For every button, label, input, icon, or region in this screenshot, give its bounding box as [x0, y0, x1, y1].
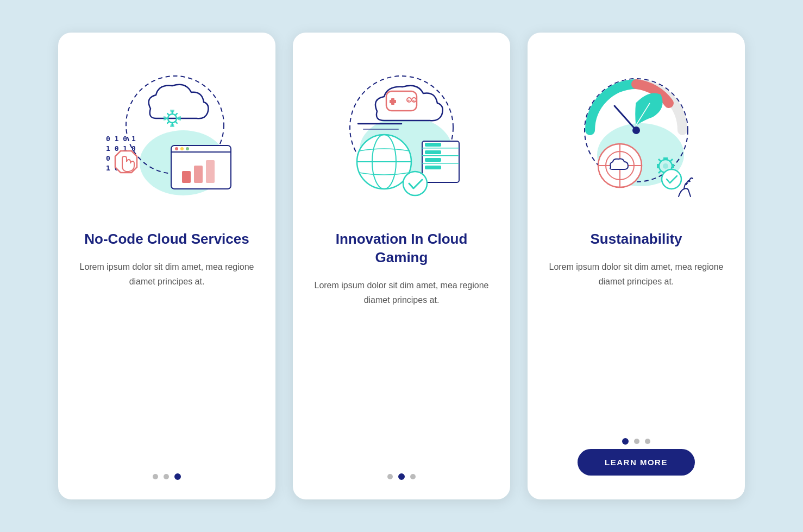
card-sustainability-title: Sustainability	[590, 230, 682, 249]
svg-rect-27	[422, 148, 459, 149]
svg-text:0 1 0 1: 0 1 0 1	[106, 135, 136, 143]
card-nocode-body: Lorem ipsum dolor sit dim amet, mea regi…	[78, 259, 256, 289]
learn-more-button[interactable]: LEARN MORE	[578, 449, 695, 476]
card-sustainability-dots	[622, 438, 650, 445]
card-gaming-illustration: + ×	[312, 54, 491, 217]
svg-point-9	[175, 147, 178, 150]
svg-rect-33	[425, 166, 441, 169]
dot-2-active	[398, 473, 405, 480]
card-gaming-title: Innovation In Cloud Gaming	[312, 230, 491, 267]
dot-1	[387, 474, 393, 479]
card-sustainability-body: Lorem ipsum dolor sit dim amet, mea regi…	[547, 259, 725, 289]
gaming-svg: + ×	[325, 60, 478, 212]
svg-point-34	[403, 172, 427, 195]
card-sustainability-illustration	[547, 54, 725, 217]
svg-rect-30	[425, 143, 441, 147]
card-gaming-dots	[387, 473, 416, 480]
card-sustainability: Sustainability Lorem ipsum dolor sit dim…	[528, 33, 745, 499]
dot-3-active	[174, 473, 181, 480]
svg-point-11	[186, 147, 189, 150]
svg-text:+: +	[407, 98, 410, 103]
svg-rect-31	[425, 150, 441, 154]
svg-text:×: ×	[412, 98, 415, 103]
dot-3	[410, 474, 416, 479]
svg-rect-29	[422, 163, 459, 164]
svg-rect-13	[194, 166, 203, 183]
svg-rect-28	[422, 155, 459, 156]
svg-rect-12	[182, 171, 191, 183]
card-nocode-illustration: 0 1 0 1 1 0 1 0 0 1 0 1 1 0 1 0	[78, 54, 256, 217]
svg-rect-32	[425, 158, 441, 162]
dot-1-active	[622, 438, 629, 445]
card-nocode-dots	[153, 473, 181, 480]
nocode-svg: 0 1 0 1 1 0 1 0 0 1 0 1 1 0 1 0	[91, 60, 243, 212]
svg-point-38	[632, 126, 640, 134]
card-nocode-title: No-Code Cloud Services	[84, 230, 249, 249]
svg-point-10	[180, 147, 184, 150]
dot-3	[645, 439, 650, 444]
dot-2	[164, 474, 169, 479]
svg-point-44	[663, 163, 668, 169]
svg-rect-14	[206, 160, 215, 183]
card-gaming: + ×	[293, 33, 510, 499]
card-nocode: 0 1 0 1 1 0 1 0 0 1 0 1 1 0 1 0 No	[58, 33, 275, 499]
sustainability-svg	[560, 60, 712, 212]
cards-container: 0 1 0 1 1 0 1 0 0 1 0 1 1 0 1 0 No	[58, 33, 745, 499]
dot-1	[153, 474, 158, 479]
svg-point-45	[662, 169, 681, 189]
dot-2	[634, 439, 639, 444]
card-gaming-body: Lorem ipsum dolor sit dim amet, mea regi…	[312, 278, 491, 307]
svg-rect-19	[390, 100, 396, 103]
